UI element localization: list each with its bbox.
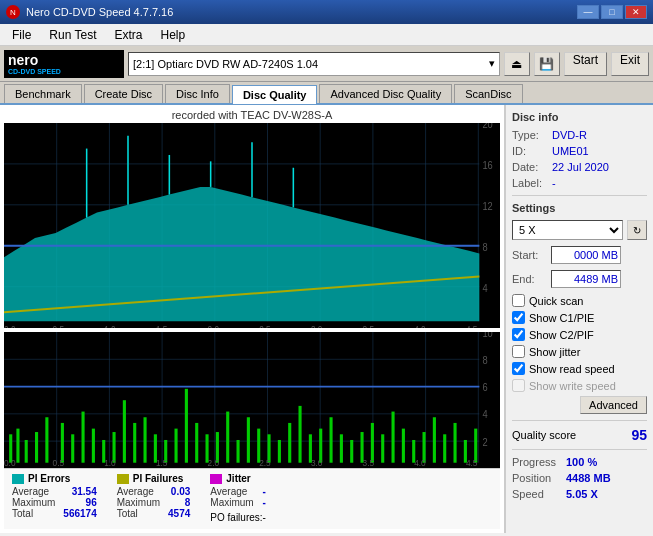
lower-chart: 10 8 6 4 2 0.0 0.5 1.0 1.5 2.0 2.5 3.0 3… <box>4 332 500 468</box>
show-c1pie-checkbox[interactable] <box>512 311 525 324</box>
show-c2pif-checkbox[interactable] <box>512 328 525 341</box>
logo-nero-text: nero <box>8 52 61 68</box>
pi-errors-max-val: 96 <box>63 497 96 508</box>
menu-runtest[interactable]: Run Test <box>41 26 104 44</box>
quality-score-value: 95 <box>631 427 647 443</box>
tab-create-disc[interactable]: Create Disc <box>84 84 163 103</box>
tab-disc-quality[interactable]: Disc Quality <box>232 85 318 104</box>
show-jitter-checkbox[interactable] <box>512 345 525 358</box>
chart-area: recorded with TEAC DV-W28S-A <box>0 105 505 533</box>
quality-score-label: Quality score <box>512 429 576 441</box>
show-c1pie-row: Show C1/PIE <box>512 311 647 324</box>
chart-container: 20 16 12 8 4 0.0 0.5 1.0 1.5 2.0 2.5 3.0… <box>4 123 500 468</box>
progress-row: Progress 100 % <box>512 456 647 468</box>
disc-label-row: Label: - <box>512 177 647 189</box>
quick-scan-checkbox[interactable] <box>512 294 525 307</box>
maximize-button[interactable]: □ <box>601 5 623 19</box>
title-bar-controls[interactable]: — □ ✕ <box>577 5 647 19</box>
eject-button[interactable]: ⏏ <box>504 52 530 76</box>
drive-label: [2:1] Optiarc DVD RW AD-7240S 1.04 <box>133 58 318 70</box>
svg-rect-73 <box>226 411 229 462</box>
svg-text:3.5: 3.5 <box>363 457 375 467</box>
exit-button[interactable]: Exit <box>611 52 649 76</box>
refresh-button[interactable]: ↻ <box>627 220 647 240</box>
disc-id-val: UME01 <box>552 145 589 157</box>
show-read-speed-label: Show read speed <box>529 363 615 375</box>
upper-chart: 20 16 12 8 4 0.0 0.5 1.0 1.5 2.0 2.5 3.0… <box>4 123 500 328</box>
svg-rect-54 <box>25 440 28 463</box>
legend-pi-failures: PI Failures Average 0.03 Maximum 8 Total… <box>117 473 191 525</box>
pi-errors-avg-label: Average <box>12 486 55 497</box>
speed-value: 5.05 X <box>566 488 598 500</box>
pi-errors-max-label: Maximum <box>12 497 55 508</box>
svg-rect-78 <box>278 440 281 463</box>
disc-date-val: 22 Jul 2020 <box>552 161 609 173</box>
position-label: Position <box>512 472 562 484</box>
close-button[interactable]: ✕ <box>625 5 647 19</box>
tab-bar: Benchmark Create Disc Disc Info Disc Qua… <box>0 82 653 105</box>
tab-scandisc[interactable]: ScanDisc <box>454 84 522 103</box>
po-failures-val: - <box>263 512 266 523</box>
svg-text:4: 4 <box>482 282 487 294</box>
title-bar: N Nero CD-DVD Speed 4.7.7.16 — □ ✕ <box>0 0 653 24</box>
end-input[interactable] <box>551 270 621 288</box>
quality-score-row: Quality score 95 <box>512 427 647 443</box>
svg-text:0.5: 0.5 <box>53 325 64 327</box>
jitter-max-val: - <box>262 497 266 508</box>
svg-rect-89 <box>392 411 395 462</box>
jitter-max-label: Maximum <box>210 497 254 508</box>
start-row: Start: <box>512 246 647 264</box>
disc-type-key: Type: <box>512 129 548 141</box>
menu-file[interactable]: File <box>4 26 39 44</box>
disc-id-row: ID: UME01 <box>512 145 647 157</box>
pi-failures-total-val: 4574 <box>168 508 190 519</box>
tab-disc-info[interactable]: Disc Info <box>165 84 230 103</box>
svg-text:4.0: 4.0 <box>414 325 425 327</box>
svg-text:3.0: 3.0 <box>311 325 322 327</box>
svg-text:4: 4 <box>482 409 488 421</box>
svg-text:20: 20 <box>482 123 493 130</box>
save-button[interactable]: 💾 <box>534 52 560 76</box>
minimize-button[interactable]: — <box>577 5 599 19</box>
speed-select[interactable]: 5 X <box>512 220 623 240</box>
svg-rect-79 <box>288 423 291 463</box>
speed-row-progress: Speed 5.05 X <box>512 488 647 500</box>
svg-text:1.5: 1.5 <box>156 325 167 327</box>
svg-text:0.5: 0.5 <box>53 457 65 467</box>
menu-bar: File Run Test Extra Help <box>0 24 653 46</box>
svg-text:4.5: 4.5 <box>466 457 478 467</box>
svg-rect-94 <box>443 434 446 462</box>
tab-advanced-disc-quality[interactable]: Advanced Disc Quality <box>319 84 452 103</box>
svg-rect-74 <box>237 440 240 463</box>
show-read-speed-checkbox[interactable] <box>512 362 525 375</box>
menu-extra[interactable]: Extra <box>106 26 150 44</box>
show-c1pie-label: Show C1/PIE <box>529 312 594 324</box>
svg-text:1.5: 1.5 <box>156 457 168 467</box>
start-button[interactable]: Start <box>564 52 607 76</box>
svg-rect-90 <box>402 428 405 462</box>
svg-rect-85 <box>350 440 353 463</box>
end-row: End: <box>512 270 647 288</box>
svg-rect-65 <box>144 417 147 462</box>
svg-text:2.0: 2.0 <box>208 457 220 467</box>
pi-failures-title: PI Failures <box>133 473 184 484</box>
disc-date-row: Date: 22 Jul 2020 <box>512 161 647 173</box>
po-failures-label: PO failures: <box>210 512 262 523</box>
start-input[interactable] <box>551 246 621 264</box>
pi-errors-total-val: 566174 <box>63 508 96 519</box>
disc-label-val: - <box>552 177 556 189</box>
disc-info-title: Disc info <box>512 111 647 123</box>
svg-rect-59 <box>82 411 85 462</box>
pi-failures-avg-val: 0.03 <box>168 486 190 497</box>
tab-benchmark[interactable]: Benchmark <box>4 84 82 103</box>
progress-label: Progress <box>512 456 562 468</box>
svg-rect-83 <box>330 417 333 462</box>
drive-select[interactable]: [2:1] Optiarc DVD RW AD-7240S 1.04 ▾ <box>128 52 500 76</box>
svg-rect-80 <box>299 405 302 462</box>
menu-help[interactable]: Help <box>153 26 194 44</box>
svg-rect-63 <box>123 400 126 463</box>
advanced-button[interactable]: Advanced <box>580 396 647 414</box>
svg-text:10: 10 <box>482 332 493 339</box>
svg-rect-75 <box>247 417 250 462</box>
svg-text:2.5: 2.5 <box>259 325 270 327</box>
